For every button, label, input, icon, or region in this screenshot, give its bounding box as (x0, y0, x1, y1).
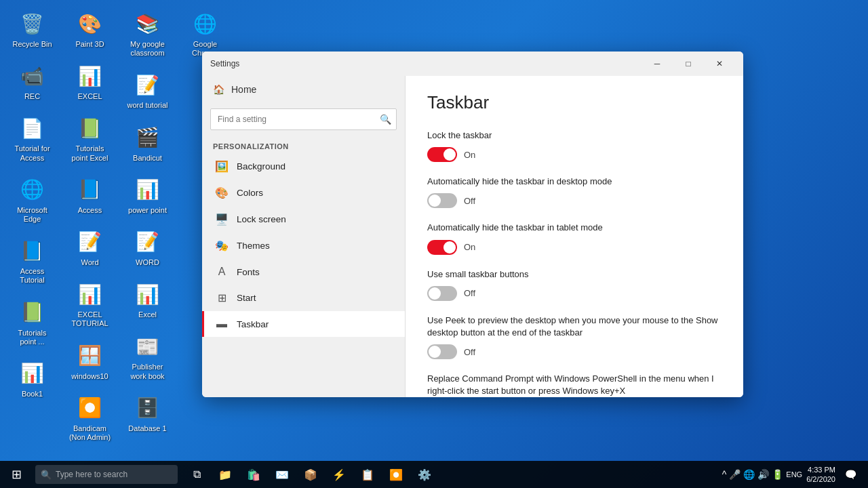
lock-taskbar-label: Lock the taskbar (427, 129, 722, 142)
small-buttons-state-label: Off (464, 288, 475, 298)
desktop-icon-bandicam[interactable]: ⏺️ Bandicam (Non Admin) (64, 391, 115, 445)
taskbar-search-input[interactable] (56, 470, 172, 479)
tray-volume[interactable]: 🔊 (757, 469, 769, 480)
taskbar: ⊞ 🔍 ⧉ 📁 🛍️ ✉️ 📦 ⚡ 📋 ⏺️ ⚙️ ^ 🎤 🌐 🔊 🔋 ENG (0, 461, 868, 488)
taskbar-mail[interactable]: ✉️ (269, 461, 296, 488)
taskbar-dropbox[interactable]: 📦 (297, 461, 324, 488)
rec-icon: 📹 (19, 62, 46, 89)
taskbar-bandicam[interactable]: ⏺️ (382, 461, 410, 488)
tutorial-access-label: Tutorial for Access (10, 144, 54, 162)
setting-small-buttons: Use small taskbar buttons Off (427, 268, 722, 301)
sidebar-item-lock-screen[interactable]: 🖥️ Lock screen (202, 206, 405, 232)
desktop-icon-paint-3d[interactable]: 🎨 Paint 3D (64, 7, 115, 52)
desktop-icon-word2[interactable]: 📝 WORD (122, 225, 173, 270)
start-button[interactable]: ⊞ (0, 461, 33, 488)
desktop-icon-microsoft-edge[interactable]: 🌐 Microsoft Edge (7, 173, 58, 227)
taskbar-speedtest[interactable]: ⚡ (326, 461, 353, 488)
minimize-button[interactable]: ─ (642, 52, 673, 76)
publisher-icon: 📰 (134, 333, 161, 360)
desktop-icon-database1[interactable]: 🗄️ Database 1 (122, 391, 173, 436)
setting-lock-taskbar: Lock the taskbar On (427, 129, 722, 162)
desktop-icon-access-tutorial[interactable]: 📘 Access Tutorial (7, 234, 58, 288)
book1-icon: 📊 (19, 360, 46, 387)
tray-battery[interactable]: 🔋 (772, 469, 783, 480)
desktop-icon-bandicut[interactable]: 🎬 Bandicut (122, 121, 173, 166)
hide-tablet-toggle[interactable] (427, 240, 457, 255)
tray-mic[interactable]: 🎤 (729, 469, 741, 480)
lock-taskbar-toggle-knob (443, 148, 456, 161)
microsoft-edge-label: Microsoft Edge (10, 206, 54, 224)
peek-state-label: Off (464, 347, 475, 357)
close-button[interactable]: ✕ (704, 52, 735, 76)
peek-toggle-knob (429, 346, 441, 358)
paint-3d-icon: 🎨 (77, 10, 104, 37)
taskbar-file-explorer[interactable]: 📁 (212, 461, 239, 488)
small-buttons-label: Use small taskbar buttons (427, 268, 722, 281)
tray-network[interactable]: 🌐 (743, 469, 755, 480)
powershell-label: Replace Command Prompt with Windows Powe… (427, 373, 722, 397)
taskbar-store[interactable]: 🛍️ (240, 461, 267, 488)
maximize-button[interactable]: □ (673, 52, 704, 76)
microsoft-edge-icon: 🌐 (19, 176, 46, 203)
lock-taskbar-toggle-row: On (427, 147, 722, 162)
sidebar-home-button[interactable]: 🏠 Home (202, 76, 405, 103)
window-controls: ─ □ ✕ (642, 52, 735, 76)
desktop-icon-recycle-bin[interactable]: 🗑️ Recycle Bin (7, 7, 58, 52)
colors-nav-icon: 🎨 (215, 186, 229, 199)
desktop-icon-excel2[interactable]: 📊 Excel (122, 277, 173, 323)
sidebar-item-themes[interactable]: 🎭 Themes (202, 232, 405, 259)
sidebar-item-colors[interactable]: 🎨 Colors (202, 180, 405, 206)
small-buttons-toggle[interactable] (427, 286, 457, 301)
desktop-icon-word-tutorial[interactable]: 📝 word tutorial (122, 68, 173, 113)
desktop-icon-tutorials-point-excel[interactable]: 📗 Tutorials point Excel (64, 111, 115, 165)
desktop-icon-excel-tutorial[interactable]: 📊 EXCEL TOTURIAL (64, 277, 115, 331)
window-body: 🏠 Home 🔍 Personalization 🖼️ Background 🎨… (202, 76, 743, 397)
notification-center-button[interactable]: 🗨️ (840, 461, 861, 488)
excel2-icon: 📊 (134, 281, 161, 308)
peek-toggle[interactable] (427, 344, 457, 359)
desktop-icons-container: 🗑️ Recycle Bin 📹 REC 📄 Tutorial for Acce… (7, 7, 203, 447)
desktop-icon-power-point[interactable]: 📊 power point (122, 173, 173, 218)
hide-desktop-toggle-knob (429, 195, 441, 207)
taskbar-tray: ^ 🎤 🌐 🔊 🔋 ENG 4:33 PM 6/2/2020 🗨️ (722, 461, 868, 488)
setting-powershell: Replace Command Prompt with Windows Powe… (427, 373, 722, 397)
desktop-icon-access[interactable]: 📘 Access (64, 173, 115, 218)
taskbar-task-view[interactable]: ⧉ (183, 461, 210, 488)
tutorials-point-label: Tutorials point ... (10, 329, 54, 346)
sidebar-section-title: Personalization (202, 136, 405, 153)
hide-tablet-toggle-row: On (427, 240, 722, 255)
desktop-icon-windows10[interactable]: 🪟 windows10 (64, 339, 115, 384)
desktop-icon-publisher[interactable]: 📰 Publisher work book (122, 329, 173, 384)
sidebar-search-input[interactable] (210, 108, 397, 130)
desktop-icon-excel[interactable]: 📊 EXCEL (64, 59, 115, 104)
bandicut-label: Bandicut (133, 154, 162, 163)
sidebar-item-background[interactable]: 🖼️ Background (202, 153, 405, 180)
windows10-label: windows10 (71, 372, 108, 381)
desktop-icon-my-google[interactable]: 📚 My google classroom (122, 7, 173, 61)
desktop-icon-tutorials-point[interactable]: 📗 Tutorials point ... (7, 296, 58, 350)
lock-taskbar-toggle[interactable] (427, 147, 457, 162)
google-chrome-icon: 🌐 (192, 10, 219, 37)
desktop-icon-book1[interactable]: 📊 Book1 (7, 357, 58, 402)
system-clock[interactable]: 4:33 PM 6/2/2020 (806, 465, 835, 485)
word-icon: 📝 (77, 228, 104, 256)
sidebar-item-start[interactable]: ⊞ Start (202, 285, 405, 311)
page-title: Taskbar (427, 92, 722, 113)
taskbar-settings[interactable]: ⚙️ (411, 461, 438, 488)
access-icon: 📘 (77, 176, 104, 203)
desktop-icon-rec[interactable]: 📹 REC (7, 59, 58, 104)
colors-nav-label: Colors (237, 188, 263, 198)
hide-desktop-toggle[interactable] (427, 193, 457, 208)
sidebar-item-taskbar[interactable]: ▬ Taskbar (202, 311, 405, 337)
desktop-icon-word[interactable]: 📝 Word (64, 225, 115, 270)
tray-language[interactable]: ENG (786, 470, 802, 479)
tray-chevron[interactable]: ^ (722, 469, 727, 480)
recycle-bin-icon: 🗑️ (19, 10, 46, 37)
sidebar-item-fonts[interactable]: A Fonts (202, 259, 405, 285)
start-nav-icon: ⊞ (215, 291, 229, 304)
setting-hide-tablet: Automatically hide the taskbar in tablet… (427, 222, 722, 254)
taskbar-search-container[interactable]: 🔍 (35, 465, 178, 484)
excel2-label: Excel (138, 310, 157, 319)
taskbar-clipboard[interactable]: 📋 (354, 461, 381, 488)
desktop-icon-tutorial-access[interactable]: 📄 Tutorial for Access (7, 111, 58, 165)
